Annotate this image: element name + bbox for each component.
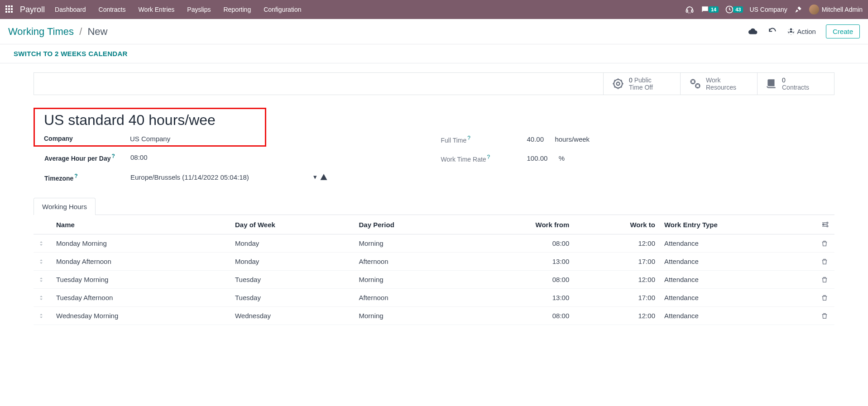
svg-rect-1 [691,10,693,12]
optional-columns-icon[interactable] [816,215,834,234]
cloud-save-icon[interactable] [748,27,758,37]
svg-point-3 [790,30,792,33]
stat-public-time-off[interactable]: 0 Public Time Off [603,73,680,95]
cell-to[interactable]: 17:00 [574,289,660,307]
tab-bar: Working Hours [34,198,834,215]
cell-to[interactable]: 12:00 [574,271,660,289]
delete-row-icon[interactable] [816,289,834,307]
nav-configuration[interactable]: Configuration [264,6,301,13]
cell-name[interactable]: Wednesday Morning [52,307,230,325]
cell-name[interactable]: Tuesday Morning [52,271,230,289]
nav-dashboard[interactable]: Dashboard [55,6,86,13]
cell-type[interactable]: Attendance [660,289,816,307]
warning-icon[interactable] [320,173,328,181]
field-timezone[interactable]: Europe/Brussels (11/14/2022 05:04:18) ▾ [130,173,328,181]
svg-point-9 [827,226,828,227]
help-icon[interactable]: ? [74,173,77,179]
col-to[interactable]: Work to [574,215,660,234]
table-row[interactable]: Monday AfternoonMondayAfternoon13:0017:0… [34,253,834,271]
cell-name[interactable]: Monday Morning [52,234,230,253]
company-switcher[interactable]: US Company [749,6,787,13]
col-type[interactable]: Work Entry Type [660,215,816,234]
cell-to[interactable]: 17:00 [574,253,660,271]
topbar: Payroll Dashboard Contracts Work Entries… [0,0,868,19]
nav-contracts[interactable]: Contracts [99,6,126,13]
cell-from[interactable]: 13:00 [466,289,574,307]
delete-row-icon[interactable] [816,253,834,271]
stat-button-row: 0 Public Time Off Work Resources 0 Contr… [34,72,834,95]
help-icon[interactable]: ? [487,154,490,160]
headset-icon[interactable] [685,5,694,14]
col-name[interactable]: Name [52,215,230,234]
drag-handle-icon[interactable] [34,289,52,307]
nav-work-entries[interactable]: Work Entries [138,6,174,13]
delete-row-icon[interactable] [816,271,834,289]
cell-period[interactable]: Afternoon [354,289,466,307]
messages-badge: 14 [709,6,719,13]
breadcrumb-link[interactable]: Working Times [8,26,74,37]
cell-day[interactable]: Monday [230,234,355,253]
cell-day[interactable]: Tuesday [230,289,355,307]
cell-from[interactable]: 08:00 [466,234,574,253]
cell-day[interactable]: Wednesday [230,307,355,325]
cell-from[interactable]: 08:00 [466,307,574,325]
cell-from[interactable]: 08:00 [466,271,574,289]
apps-icon[interactable] [5,5,14,14]
cell-day[interactable]: Monday [230,253,355,271]
delete-row-icon[interactable] [816,234,834,253]
delete-row-icon[interactable] [816,307,834,325]
cell-to[interactable]: 12:00 [574,307,660,325]
col-period[interactable]: Day Period [354,215,466,234]
chevron-down-icon[interactable]: ▾ [313,173,317,181]
avatar [809,5,819,14]
cell-type[interactable]: Attendance [660,234,816,253]
user-menu[interactable]: Mitchell Admin [809,5,863,14]
working-hours-table: Name Day of Week Day Period Work from Wo… [34,215,834,325]
cell-name[interactable]: Monday Afternoon [52,253,230,271]
cell-type[interactable]: Attendance [660,271,816,289]
nav-reporting[interactable]: Reporting [223,6,251,13]
cell-period[interactable]: Morning [354,271,466,289]
cell-period[interactable]: Morning [354,307,466,325]
col-from[interactable]: Work from [466,215,574,234]
table-row[interactable]: Tuesday MorningTuesdayMorning08:0012:00A… [34,271,834,289]
field-full-time[interactable]: 40.00 [527,135,544,143]
cell-type[interactable]: Attendance [660,253,816,271]
col-day[interactable]: Day of Week [230,215,355,234]
drag-handle-icon[interactable] [34,271,52,289]
create-button[interactable]: Create [826,24,860,38]
table-row[interactable]: Tuesday AfternoonTuesdayAfternoon13:0017… [34,289,834,307]
app-name[interactable]: Payroll [20,5,45,14]
field-company[interactable]: US Company [130,135,170,143]
cell-period[interactable]: Morning [354,234,466,253]
cell-name[interactable]: Tuesday Afternoon [52,289,230,307]
cell-from[interactable]: 13:00 [466,253,574,271]
activities-indicator[interactable]: 43 [725,5,743,14]
cell-day[interactable]: Tuesday [230,271,355,289]
drag-handle-icon[interactable] [34,253,52,271]
table-row[interactable]: Monday MorningMondayMorning08:0012:00Att… [34,234,834,253]
breadcrumb-current: New [87,26,107,37]
help-icon[interactable]: ? [112,153,115,159]
field-avg-hour[interactable]: 08:00 [130,153,148,162]
svg-point-5 [617,82,620,86]
cell-period[interactable]: Afternoon [354,253,466,271]
tools-icon[interactable] [794,5,803,14]
stat-contracts[interactable]: 0 Contracts [757,73,834,95]
cell-to[interactable]: 12:00 [574,234,660,253]
table-row[interactable]: Wednesday MorningWednesdayMorning08:0012… [34,307,834,325]
action-dropdown[interactable]: Action [787,28,816,36]
discard-icon[interactable] [768,27,777,36]
help-icon[interactable]: ? [467,135,470,141]
tab-working-hours[interactable]: Working Hours [34,198,96,215]
highlight-box: US standard 40 hours/wee Company US Comp… [34,108,266,147]
record-title-input[interactable]: US standard 40 hours/wee [44,112,243,129]
drag-handle-icon[interactable] [34,307,52,325]
cell-type[interactable]: Attendance [660,307,816,325]
drag-handle-icon[interactable] [34,234,52,253]
switch-two-weeks[interactable]: SWITCH TO 2 WEEKS CALENDAR [14,50,128,57]
stat-work-resources[interactable]: Work Resources [680,73,757,95]
nav-payslips[interactable]: Payslips [187,6,211,13]
label-company: Company [44,135,130,143]
messages-indicator[interactable]: 14 [700,5,719,14]
